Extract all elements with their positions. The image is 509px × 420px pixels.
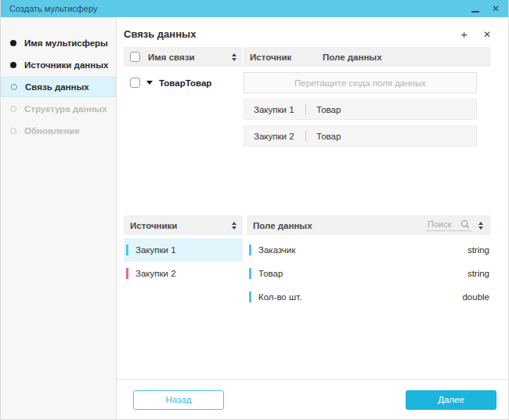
- wizard-steps-sidebar: Имя мультисферы Источники данных Связь д…: [1, 17, 117, 419]
- source-row[interactable]: Закупки 2: [124, 262, 243, 285]
- column-sources: Источники: [130, 221, 232, 230]
- search-icon: [460, 219, 470, 229]
- field-dropzone[interactable]: Перетащите сюда поля данных: [244, 72, 477, 93]
- divider: [305, 104, 306, 114]
- field-row[interactable]: Кол-во шт. double: [247, 285, 491, 309]
- chip-source: Закупки 1: [244, 105, 305, 114]
- step-circle-icon: [10, 128, 16, 134]
- sort-icon[interactable]: [478, 222, 483, 230]
- wizard-footer: Назад Далее: [117, 379, 508, 419]
- search-input[interactable]: Поиск: [426, 219, 471, 231]
- window-title: Создать мультисферу: [9, 4, 97, 13]
- source-name: Закупки 2: [135, 269, 176, 278]
- field-color-bar: [249, 291, 251, 302]
- close-icon[interactable]: ✕: [492, 4, 500, 13]
- column-link-name: Имя связи: [148, 52, 232, 62]
- create-multisphere-dialog: Создать мультисферу ✕ Имя мультисферы Ис…: [0, 0, 509, 420]
- step-multisphere-name[interactable]: Имя мультисферы: [1, 33, 116, 53]
- fields-header: Поле данных Поиск: [247, 215, 491, 235]
- step-label: Обновление: [24, 126, 80, 136]
- field-name: Кол-во шт.: [258, 292, 462, 302]
- remove-link-icon[interactable]: ✕: [483, 30, 491, 39]
- field-row[interactable]: Товар string: [247, 262, 491, 285]
- step-circle-icon: [10, 106, 16, 112]
- step-update: Обновление: [1, 121, 116, 141]
- step-label: Имя мультисферы: [24, 38, 108, 48]
- source-name: Закупки 1: [135, 245, 176, 255]
- column-data-field: Поле данных: [316, 52, 491, 62]
- step-label: Структура данных: [24, 104, 107, 114]
- link-checkbox[interactable]: [130, 78, 140, 88]
- field-type: string: [467, 245, 489, 255]
- step-data-structure: Структура данных: [1, 99, 116, 119]
- data-link-panel: Связь данных + ✕ Имя связи Источник Поле…: [117, 17, 508, 419]
- link-row: ТоварТовар Перетащите сюда поля данных З…: [124, 72, 491, 147]
- link-name: ТоварТовар: [159, 78, 211, 88]
- fields-list: Заказчик string Товар string Кол-во шт. …: [247, 238, 491, 309]
- dropzone-placeholder: Перетащите сюда поля данных: [294, 78, 426, 88]
- field-color-bar: [249, 268, 251, 279]
- source-row[interactable]: Закупки 1: [124, 238, 243, 262]
- chip-field: Товар: [316, 105, 341, 114]
- link-field-chip[interactable]: Закупки 1 Товар: [244, 99, 477, 120]
- sort-icon[interactable]: [232, 53, 236, 61]
- step-data-link[interactable]: Связь данных: [1, 77, 116, 97]
- sources-list: Закупки 1 Закупки 2: [124, 238, 243, 309]
- field-type: double: [462, 292, 489, 302]
- step-done-dot-icon: [10, 40, 16, 46]
- sort-icon[interactable]: [232, 222, 236, 230]
- field-row[interactable]: Заказчик string: [247, 238, 491, 262]
- chip-field: Товар: [316, 132, 341, 141]
- link-field-chip[interactable]: Закупки 2 Товар: [244, 125, 477, 147]
- source-color-bar: [126, 244, 128, 255]
- divider: [305, 131, 306, 141]
- source-color-bar: [126, 268, 128, 279]
- select-all-checkbox[interactable]: [130, 52, 140, 62]
- field-name: Товар: [258, 269, 467, 278]
- titlebar: Создать мультисферу ✕: [1, 0, 508, 17]
- back-button[interactable]: Назад: [133, 390, 224, 410]
- step-label: Источники данных: [24, 60, 108, 70]
- sources-fields-table: Источники Поле данных Поиск: [124, 215, 491, 309]
- step-data-sources[interactable]: Источники данных: [1, 55, 116, 75]
- field-name: Заказчик: [258, 245, 467, 255]
- links-table-header: Имя связи Источник Поле данных: [124, 47, 491, 67]
- next-button[interactable]: Далее: [406, 390, 496, 410]
- column-fields: Поле данных: [253, 221, 426, 230]
- field-color-bar: [249, 244, 251, 255]
- chevron-down-icon[interactable]: [146, 81, 153, 85]
- add-link-icon[interactable]: +: [460, 28, 467, 40]
- step-label: Связь данных: [25, 82, 89, 92]
- step-circle-icon: [11, 84, 17, 90]
- column-source: Источник: [244, 52, 316, 62]
- page-title: Связь данных: [124, 28, 460, 40]
- step-done-dot-icon: [10, 62, 16, 68]
- minimize-icon[interactable]: [471, 11, 479, 13]
- field-type: string: [467, 269, 489, 278]
- sources-header: Источники: [124, 215, 243, 235]
- chip-source: Закупки 2: [244, 132, 305, 141]
- search-placeholder: Поиск: [428, 219, 460, 229]
